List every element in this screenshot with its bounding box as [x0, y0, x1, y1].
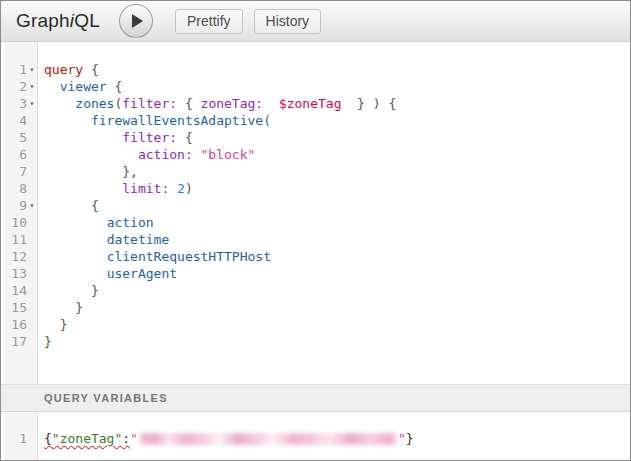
code-line[interactable]: action — [44, 214, 630, 231]
line-number: 11 — [11, 231, 27, 248]
query-variables-title: QUERY VARIABLES — [44, 392, 168, 404]
code-line[interactable]: limit: 2) — [44, 180, 630, 197]
line-number: 10 — [11, 214, 27, 231]
code-line[interactable]: clientRequestHTTPHost — [44, 248, 630, 265]
line-number: 14 — [11, 282, 27, 299]
redacted-value — [140, 433, 396, 445]
code-line[interactable]: userAgent — [44, 265, 630, 282]
code-line[interactable]: { — [44, 197, 630, 214]
query-variables-header[interactable]: QUERY VARIABLES — [1, 384, 630, 412]
line-number: 5 — [19, 129, 27, 146]
code-line[interactable]: datetime — [44, 231, 630, 248]
fold-arrow-icon[interactable]: ▾ — [27, 78, 37, 95]
play-icon — [132, 14, 143, 28]
query-code-area[interactable]: query { viewer { zones(filter: { zoneTag… — [38, 42, 630, 384]
line-number: 7 — [19, 163, 27, 180]
code-line[interactable]: } — [44, 299, 630, 316]
variables-editor: 1 {"zoneTag":""} — [1, 412, 630, 460]
variables-line-gutter: 1 — [1, 412, 38, 460]
line-number: 2 — [19, 78, 27, 95]
line-number: 1 — [19, 430, 27, 447]
code-line[interactable]: } — [44, 282, 630, 299]
logo-text: Graph — [16, 10, 70, 31]
logo-text-ql: QL — [74, 10, 100, 31]
query-line-gutter: 1▾2▾3▾456789▾1011121314151617 — [1, 42, 38, 384]
line-number: 13 — [11, 265, 27, 282]
code-line[interactable]: } — [44, 316, 630, 333]
code-line[interactable]: viewer { — [44, 78, 630, 95]
code-line[interactable]: zones(filter: { zoneTag: $zoneTag } ) { — [44, 95, 630, 112]
app-logo: GraphiQL — [16, 10, 100, 32]
line-number: 15 — [11, 299, 27, 316]
code-line[interactable]: filter: { — [44, 129, 630, 146]
code-line[interactable]: } — [44, 333, 630, 350]
code-line[interactable]: query { — [44, 61, 630, 78]
execute-query-button[interactable] — [119, 4, 153, 38]
prettify-button[interactable]: Prettify — [175, 9, 243, 34]
fold-arrow-icon[interactable]: ▾ — [27, 61, 37, 78]
topbar: GraphiQL Prettify History — [1, 1, 630, 42]
graphiql-window: GraphiQL Prettify History 1▾2▾3▾456789▾1… — [0, 0, 631, 461]
query-editor: 1▾2▾3▾456789▾1011121314151617 query { vi… — [1, 42, 630, 384]
line-number: 8 — [19, 180, 27, 197]
line-number: 12 — [11, 248, 27, 265]
variables-code-area[interactable]: {"zoneTag":""} — [38, 412, 630, 460]
history-button[interactable]: History — [254, 9, 322, 34]
line-number: 3 — [19, 95, 27, 112]
fold-arrow-icon[interactable]: ▾ — [27, 197, 37, 214]
line-number: 6 — [19, 146, 27, 163]
code-line[interactable]: }, — [44, 163, 630, 180]
line-number: 1 — [19, 61, 27, 78]
code-line[interactable]: action: "block" — [44, 146, 630, 163]
line-number: 16 — [11, 316, 27, 333]
line-number: 4 — [19, 112, 27, 129]
line-number: 9 — [19, 197, 27, 214]
fold-arrow-icon[interactable]: ▾ — [27, 95, 37, 112]
code-line[interactable]: firewallEventsAdaptive( — [44, 112, 630, 129]
line-number: 17 — [11, 333, 27, 350]
code-line[interactable]: {"zoneTag":""} — [44, 430, 630, 447]
